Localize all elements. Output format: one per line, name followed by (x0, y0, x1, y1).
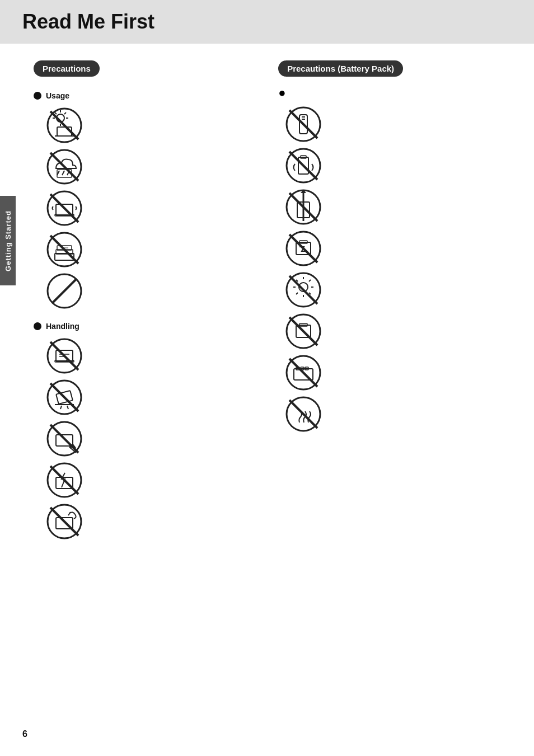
svg-line-34 (50, 342, 78, 370)
handling-icon-2 (45, 378, 84, 417)
handling-label: Handling (34, 322, 267, 331)
svg-line-81 (289, 276, 317, 304)
handling-icon-3 (45, 419, 84, 458)
svg-line-7 (64, 112, 66, 114)
handling-icon-1 (45, 336, 84, 375)
battery-bullet: ● (278, 87, 517, 99)
battery-icons (284, 105, 517, 434)
svg-line-28 (53, 279, 76, 303)
svg-line-45 (50, 425, 78, 453)
battery-icon-6 (284, 312, 323, 351)
svg-line-13 (62, 171, 64, 175)
battery-icon-5 (284, 270, 323, 309)
handling-icon-5 (45, 502, 84, 541)
battery-icon-2 (284, 146, 323, 185)
svg-line-85 (289, 317, 317, 345)
usage-icon-2 (45, 147, 84, 186)
battery-icon-7 (284, 353, 323, 392)
side-tab-label: Getting Started (4, 210, 12, 271)
side-tab: Getting Started (0, 196, 16, 285)
svg-line-6 (55, 112, 57, 114)
svg-line-20 (50, 194, 78, 222)
usage-label: Usage (34, 91, 267, 100)
handling-icon-4 (45, 461, 84, 500)
page-header: Read Me First (0, 0, 534, 44)
handling-icons (45, 336, 267, 541)
usage-icons (45, 106, 267, 311)
svg-line-40 (50, 383, 78, 411)
svg-line-77 (296, 280, 298, 281)
usage-icon-3 (45, 189, 84, 228)
usage-bullet (34, 92, 41, 100)
right-column: Precautions (Battery Pack) ● (267, 60, 517, 552)
svg-line-93 (289, 400, 317, 428)
svg-line-52 (50, 508, 78, 536)
svg-line-70 (289, 234, 317, 262)
battery-icon-4 (284, 229, 323, 268)
svg-line-16 (50, 153, 78, 181)
svg-line-38 (60, 406, 62, 409)
svg-line-10 (50, 111, 78, 139)
svg-line-80 (309, 293, 311, 294)
handling-bullet (34, 322, 41, 330)
battery-icon-3 (284, 187, 323, 227)
main-content: Precautions Usage (0, 60, 534, 552)
svg-line-79 (296, 293, 298, 294)
battery-icon-8 (284, 395, 323, 434)
page-title: Read Me First (22, 10, 154, 33)
battery-precautions-header: Precautions (Battery Pack) (278, 60, 403, 77)
usage-icon-4 (45, 230, 84, 269)
usage-icon-1 (45, 106, 84, 145)
page-number: 6 (22, 729, 27, 739)
precautions-header: Precautions (34, 60, 100, 77)
left-column: Precautions Usage (17, 60, 267, 552)
svg-line-48 (50, 466, 78, 494)
svg-line-78 (309, 280, 311, 281)
battery-icon-1 (284, 105, 323, 144)
usage-icon-5 (45, 271, 84, 311)
svg-line-39 (67, 406, 68, 409)
